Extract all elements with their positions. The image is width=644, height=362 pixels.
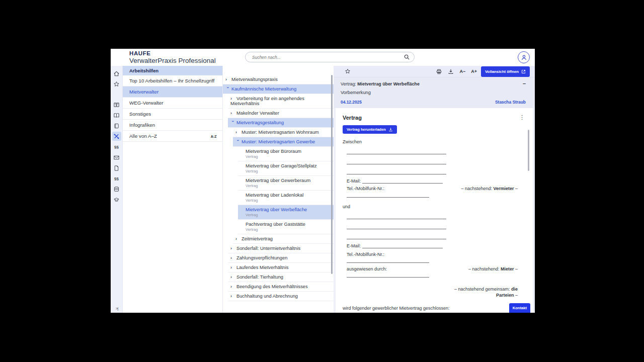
tree-item[interactable]: ›Mietvertrag über Gewerberaum Vertrag	[238, 176, 334, 191]
document-icon[interactable]	[112, 163, 121, 172]
tree-panel: ›Mietverwaltungspraxis ›Kaufmännische Mi…	[223, 66, 334, 313]
journal-book-icon[interactable]	[112, 121, 121, 130]
fullview-open-button[interactable]: Vollansicht öffnen	[481, 66, 530, 77]
mail-icon[interactable]	[112, 153, 121, 162]
parteien-note: – nachstehend gemeinsam: die Parteien –	[343, 286, 518, 298]
tree-item[interactable]: ›Muster: Mietvertragsarten Gewerbe	[233, 137, 334, 147]
home-icon[interactable]	[112, 69, 121, 78]
kontakt-button[interactable]: Kontakt	[509, 303, 530, 313]
chevron-icon: ›	[230, 284, 236, 289]
product-title: VerwalterPraxis Professional	[129, 57, 216, 64]
law-paragraphs-icon[interactable]: §§	[112, 142, 121, 151]
tree-item-type: Vertrag	[246, 198, 331, 203]
contract-heading: Vertrag	[343, 115, 362, 121]
tree-item[interactable]: ›Zahlungsverpflichtungen	[228, 253, 334, 263]
tree-item[interactable]: ›Mietverwaltungspraxis	[223, 75, 334, 84]
document-author-link[interactable]: Stascha Straub	[495, 100, 526, 105]
blank-line	[347, 154, 446, 164]
tree-item[interactable]: ›Makelnder Verwalter	[228, 109, 334, 118]
tree-item[interactable]: ›Vorbereitung für ein angehendes Mietver…	[228, 94, 334, 109]
nav-item[interactable]: WEG-Verwalter	[123, 98, 222, 109]
tree-item[interactable]: ›Beendigung des Mietverhältnisses	[228, 282, 334, 292]
tree-item[interactable]: ›Zeitmietvertrag	[233, 234, 334, 244]
blank-line	[347, 191, 429, 198]
nav-item[interactable]: Alle von A–Z	[123, 131, 222, 142]
viewer-toolbar: A− A+ Vollansicht öffnen	[334, 66, 535, 77]
tree-item[interactable]: ›Mietvertragsgestaltung	[228, 118, 334, 128]
viewer-tool-group: A− A+	[436, 68, 477, 75]
top-header: HAUFE VerwalterPraxis Professional	[111, 49, 535, 66]
lexicon-book-icon[interactable]	[112, 100, 121, 109]
database-icon[interactable]	[112, 185, 121, 194]
blank-line	[347, 144, 446, 154]
icon-rail: §§ §§ >|	[111, 66, 123, 313]
document-section-label: Vorbemerkung	[341, 90, 526, 95]
chevron-icon: ›	[230, 294, 236, 299]
kebab-menu-icon[interactable]: ⋮	[519, 114, 525, 121]
tree-item[interactable]: ›Sonderfall: Tierhaltung	[228, 273, 334, 282]
blank-line	[347, 257, 429, 263]
chevron-icon: ›	[230, 265, 236, 270]
contract-und: und	[343, 204, 518, 209]
search-bar[interactable]	[245, 52, 415, 62]
nav-item[interactable]: Sonstiges	[123, 109, 222, 120]
search-input[interactable]	[246, 55, 404, 60]
nav-item[interactable]: Mietverwalter	[123, 86, 222, 98]
favorites-star-icon[interactable]	[112, 79, 121, 88]
tree-item[interactable]: ›Sonderfall: Untermietverhältnis	[228, 244, 334, 253]
collapse-rail-icon[interactable]: >|	[111, 306, 123, 311]
print-icon[interactable]	[436, 68, 442, 75]
blank-line	[347, 219, 446, 229]
tree-item[interactable]: ›Mietvertrag über Werbefläche Vertrag	[238, 205, 334, 220]
nav-item[interactable]: Infografiken	[123, 120, 222, 131]
tree-item[interactable]: ›Buchhaltung und Abrechnung	[228, 292, 334, 301]
blank-line	[347, 272, 429, 278]
chevron-icon: ›	[230, 255, 236, 260]
tree-item[interactable]: ›Mietvertrag über Büroraum Vertrag	[238, 147, 334, 161]
user-avatar-button[interactable]	[518, 51, 530, 63]
blank-line	[347, 209, 446, 219]
tree-item[interactable]: ›Mietvertrag über Ladenlokal Vertrag	[238, 191, 334, 205]
favorite-star-icon[interactable]	[345, 68, 351, 74]
download-icon[interactable]	[448, 68, 454, 74]
nav-header: Arbeitshilfen	[123, 66, 222, 75]
search-icon[interactable]	[404, 54, 410, 60]
font-increase-button[interactable]: A+	[471, 69, 477, 74]
chevron-icon: ›	[230, 121, 235, 127]
contract-intro: Zwischen	[343, 139, 518, 144]
document-scrollbar[interactable]	[528, 130, 529, 171]
document-viewer-panel: A− A+ Vollansicht öffnen Vertrag: Mietve…	[334, 66, 535, 313]
tree-item-type: Vertrag	[246, 154, 331, 159]
haufe-logo: HAUFE	[129, 50, 216, 56]
chevron-icon: ›	[230, 246, 236, 251]
chevron-icon: ›	[230, 111, 236, 116]
brand-block: HAUFE VerwalterPraxis Professional	[129, 50, 216, 64]
tel-field-row: Tel.-/Mobilfunk-Nr.:	[347, 249, 518, 257]
tree-item[interactable]: ›Kaufmännische Mietverwaltung	[223, 84, 334, 94]
blank-line	[347, 229, 446, 239]
document-date: 04.12.2025	[341, 100, 362, 105]
chevron-icon: ›	[235, 236, 242, 241]
chevron-icon: ›	[230, 96, 236, 101]
collapse-section-icon[interactable]: –	[523, 81, 526, 85]
blank-line	[347, 164, 446, 174]
tree-item[interactable]: ›Pachtvertrag über Gaststätte Vertrag	[238, 220, 334, 234]
contract-closing-line: wird folgender gewerblicher Mietvertrag …	[343, 306, 518, 311]
font-decrease-button[interactable]: A−	[459, 69, 465, 74]
tree-scrollbar[interactable]	[331, 75, 333, 274]
tree-item[interactable]: ›Laufendes Mietverhältnis	[228, 263, 334, 273]
sort-az-icon	[211, 131, 216, 142]
nav-item[interactable]: Top 10 Arbeitshilfen – Ihr Schnellzugrif…	[123, 75, 222, 86]
tools-icon[interactable]	[112, 132, 121, 141]
open-book-icon[interactable]	[112, 111, 121, 120]
document-breadcrumb: Vertrag: Mietvertrag über Werbefläche	[341, 81, 420, 86]
screen-stage: HAUFE VerwalterPraxis Professional	[0, 0, 644, 362]
document-info-section: Vertrag: Mietvertrag über Werbefläche – …	[334, 77, 535, 108]
training-cap-icon[interactable]	[112, 195, 121, 204]
contract-download-button[interactable]: Vertrag herunterladen	[343, 125, 397, 134]
tree-item[interactable]: ›Muster: Mietvertragsarten Wohnraum	[233, 128, 334, 137]
law-paragraphs-2-icon[interactable]: §§	[112, 174, 121, 183]
tree-item[interactable]: ›Mietvertrag über Garage/Stellplatz Vert…	[238, 161, 334, 176]
email-field-row: E-Mail:	[347, 176, 518, 184]
nav-panel: Arbeitshilfen Top 10 Arbeitshilfen – Ihr…	[123, 66, 223, 313]
